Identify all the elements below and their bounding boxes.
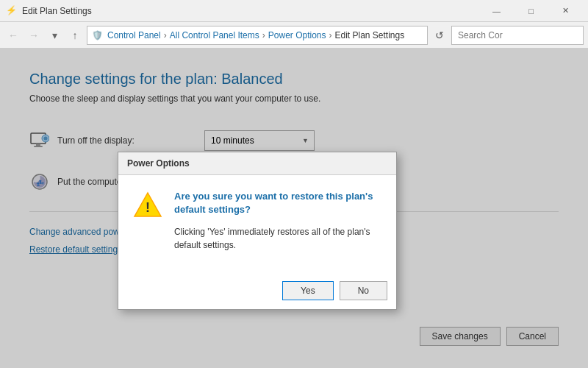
window-icon: ⚡ xyxy=(6,5,18,17)
breadcrumb-control-panel[interactable]: Control Panel xyxy=(107,30,161,40)
dialog-description: Clicking 'Yes' immediately restores all … xyxy=(174,225,381,252)
breadcrumb-current-page: Edit Plan Settings xyxy=(334,30,404,40)
no-button[interactable]: No xyxy=(340,281,387,300)
refresh-button[interactable]: ↺ xyxy=(431,26,448,44)
dialog-title: Power Options xyxy=(127,158,190,169)
breadcrumb-power-options[interactable]: Power Options xyxy=(268,30,326,40)
dialog-title-bar: Power Options xyxy=(118,152,396,175)
dialog-buttons: Yes No xyxy=(118,275,396,309)
power-options-dialog: Power Options ! Are you sure you want to… xyxy=(118,152,397,310)
window-controls: ― □ ✕ xyxy=(480,0,582,22)
warning-icon: ! xyxy=(133,190,162,219)
dialog-question: Are you sure you want to restore this pl… xyxy=(174,190,381,216)
yes-button[interactable]: Yes xyxy=(282,281,334,300)
dialog-overlay: Power Options ! Are you sure you want to… xyxy=(0,49,588,368)
recent-button[interactable]: ▾ xyxy=(46,26,63,44)
breadcrumb-icon: 🛡️ xyxy=(92,30,103,40)
forward-button[interactable]: → xyxy=(25,26,43,44)
minimize-button[interactable]: ― xyxy=(480,0,513,22)
maximize-button[interactable]: □ xyxy=(514,0,548,22)
dialog-text-section: Are you sure you want to restore this pl… xyxy=(174,190,381,252)
title-bar: ⚡ Edit Plan Settings ― □ ✕ xyxy=(0,0,588,22)
dialog-body: ! Are you sure you want to restore this … xyxy=(118,175,396,275)
search-input[interactable] xyxy=(451,26,584,45)
breadcrumb: 🛡️ Control Panel › All Control Panel Ite… xyxy=(87,26,428,45)
address-bar: ← → ▾ ↑ 🛡️ Control Panel › All Control P… xyxy=(0,22,588,49)
window-title: Edit Plan Settings xyxy=(22,6,92,16)
svg-text:!: ! xyxy=(146,200,150,215)
dialog-content: ! Are you sure you want to restore this … xyxy=(133,190,381,252)
back-button[interactable]: ← xyxy=(4,26,22,44)
close-button[interactable]: ✕ xyxy=(549,0,582,22)
breadcrumb-all-items[interactable]: All Control Panel Items xyxy=(170,30,259,40)
main-content: Change settings for the plan: Balanced C… xyxy=(0,49,588,368)
up-button[interactable]: ↑ xyxy=(66,26,84,44)
